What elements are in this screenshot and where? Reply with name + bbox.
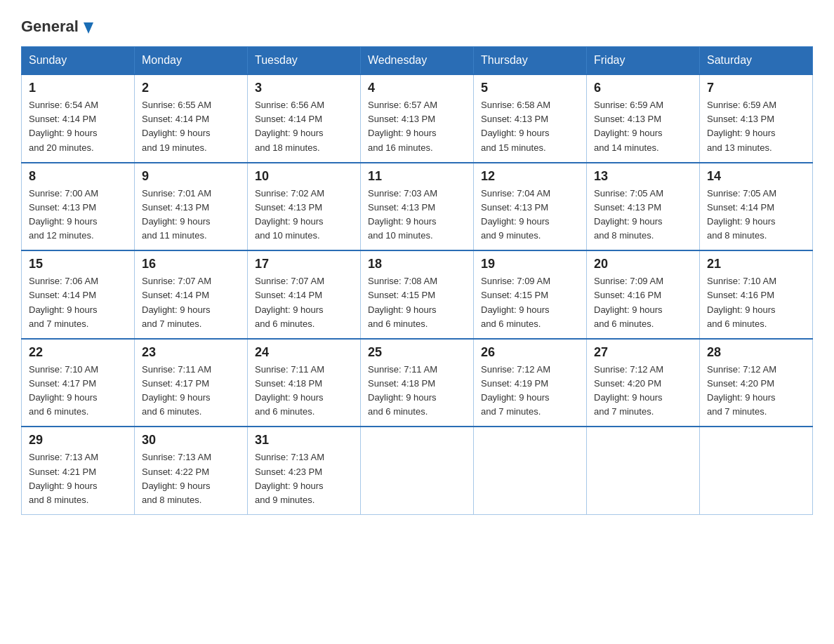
day-info: Sunrise: 7:10 AM Sunset: 4:17 PM Dayligh…: [29, 363, 127, 420]
day-number: 6: [594, 81, 692, 95]
day-number: 4: [368, 81, 466, 95]
day-number: 29: [29, 433, 127, 448]
day-number: 2: [142, 81, 240, 95]
day-number: 19: [481, 257, 579, 271]
svg-marker-0: [84, 22, 93, 34]
weekday-header-tuesday: Tuesday: [248, 47, 361, 75]
day-number: 11: [368, 169, 466, 184]
calendar-day-cell: 2 Sunrise: 6:55 AM Sunset: 4:14 PM Dayli…: [135, 74, 248, 163]
calendar-week-row: 8 Sunrise: 7:00 AM Sunset: 4:13 PM Dayli…: [22, 163, 813, 251]
calendar-day-cell: 7 Sunrise: 6:59 AM Sunset: 4:13 PM Dayli…: [700, 74, 813, 163]
day-number: 30: [142, 433, 240, 448]
day-info: Sunrise: 6:59 AM Sunset: 4:13 PM Dayligh…: [594, 98, 692, 155]
day-info: Sunrise: 7:06 AM Sunset: 4:14 PM Dayligh…: [29, 274, 127, 331]
day-number: 24: [255, 345, 353, 360]
calendar-day-cell: 23 Sunrise: 7:11 AM Sunset: 4:17 PM Dayl…: [135, 339, 248, 427]
day-number: 5: [481, 81, 579, 95]
day-number: 31: [255, 433, 353, 448]
day-number: 21: [707, 257, 805, 271]
day-info: Sunrise: 6:59 AM Sunset: 4:13 PM Dayligh…: [707, 98, 805, 155]
logo-general-text: General: [21, 18, 79, 35]
calendar-week-row: 22 Sunrise: 7:10 AM Sunset: 4:17 PM Dayl…: [22, 339, 813, 427]
calendar-day-cell: 10 Sunrise: 7:02 AM Sunset: 4:13 PM Dayl…: [248, 163, 361, 251]
calendar-day-cell: 31 Sunrise: 7:13 AM Sunset: 4:23 PM Dayl…: [248, 427, 361, 514]
calendar-day-cell: 9 Sunrise: 7:01 AM Sunset: 4:13 PM Dayli…: [135, 163, 248, 251]
day-number: 17: [255, 257, 353, 271]
calendar-day-cell: 3 Sunrise: 6:56 AM Sunset: 4:14 PM Dayli…: [248, 74, 361, 163]
day-number: 27: [594, 345, 692, 360]
day-info: Sunrise: 7:11 AM Sunset: 4:18 PM Dayligh…: [255, 363, 353, 420]
day-info: Sunrise: 7:07 AM Sunset: 4:14 PM Dayligh…: [142, 274, 240, 331]
logo: General: [21, 14, 96, 34]
day-info: Sunrise: 6:56 AM Sunset: 4:14 PM Dayligh…: [255, 98, 353, 155]
weekday-header-thursday: Thursday: [474, 47, 587, 75]
day-number: 8: [29, 169, 127, 184]
day-info: Sunrise: 7:08 AM Sunset: 4:15 PM Dayligh…: [368, 274, 466, 331]
day-info: Sunrise: 7:12 AM Sunset: 4:19 PM Dayligh…: [481, 363, 579, 420]
day-number: 16: [142, 257, 240, 271]
calendar-day-cell: [361, 427, 474, 514]
day-number: 20: [594, 257, 692, 271]
weekday-header-wednesday: Wednesday: [361, 47, 474, 75]
day-info: Sunrise: 7:09 AM Sunset: 4:15 PM Dayligh…: [481, 274, 579, 331]
calendar-day-cell: 16 Sunrise: 7:07 AM Sunset: 4:14 PM Dayl…: [135, 250, 248, 339]
calendar-day-cell: [700, 427, 813, 514]
day-info: Sunrise: 6:55 AM Sunset: 4:14 PM Dayligh…: [142, 98, 240, 155]
day-info: Sunrise: 7:09 AM Sunset: 4:16 PM Dayligh…: [594, 274, 692, 331]
day-info: Sunrise: 6:58 AM Sunset: 4:13 PM Dayligh…: [481, 98, 579, 155]
day-number: 1: [29, 81, 127, 95]
day-info: Sunrise: 7:01 AM Sunset: 4:13 PM Dayligh…: [142, 187, 240, 243]
day-number: 23: [142, 345, 240, 360]
day-info: Sunrise: 7:07 AM Sunset: 4:14 PM Dayligh…: [255, 274, 353, 331]
calendar-day-cell: 28 Sunrise: 7:12 AM Sunset: 4:20 PM Dayl…: [700, 339, 813, 427]
calendar-day-cell: 21 Sunrise: 7:10 AM Sunset: 4:16 PM Dayl…: [700, 250, 813, 339]
day-number: 12: [481, 169, 579, 184]
weekday-header-row: SundayMondayTuesdayWednesdayThursdayFrid…: [22, 47, 813, 75]
day-info: Sunrise: 7:13 AM Sunset: 4:21 PM Dayligh…: [29, 450, 127, 507]
calendar-day-cell: 18 Sunrise: 7:08 AM Sunset: 4:15 PM Dayl…: [361, 250, 474, 339]
day-info: Sunrise: 7:12 AM Sunset: 4:20 PM Dayligh…: [594, 363, 692, 420]
calendar-day-cell: 14 Sunrise: 7:05 AM Sunset: 4:14 PM Dayl…: [700, 163, 813, 251]
day-number: 25: [368, 345, 466, 360]
calendar-day-cell: 1 Sunrise: 6:54 AM Sunset: 4:14 PM Dayli…: [22, 74, 135, 163]
calendar-day-cell: 25 Sunrise: 7:11 AM Sunset: 4:18 PM Dayl…: [361, 339, 474, 427]
calendar-day-cell: 20 Sunrise: 7:09 AM Sunset: 4:16 PM Dayl…: [587, 250, 700, 339]
day-info: Sunrise: 7:11 AM Sunset: 4:18 PM Dayligh…: [368, 363, 466, 420]
calendar-day-cell: 29 Sunrise: 7:13 AM Sunset: 4:21 PM Dayl…: [22, 427, 135, 514]
day-number: 18: [368, 257, 466, 271]
day-info: Sunrise: 7:12 AM Sunset: 4:20 PM Dayligh…: [707, 363, 805, 420]
calendar-day-cell: 27 Sunrise: 7:12 AM Sunset: 4:20 PM Dayl…: [587, 339, 700, 427]
calendar-day-cell: 30 Sunrise: 7:13 AM Sunset: 4:22 PM Dayl…: [135, 427, 248, 514]
calendar-week-row: 1 Sunrise: 6:54 AM Sunset: 4:14 PM Dayli…: [22, 74, 813, 163]
calendar-day-cell: 4 Sunrise: 6:57 AM Sunset: 4:13 PM Dayli…: [361, 74, 474, 163]
calendar-day-cell: [474, 427, 587, 514]
weekday-header-sunday: Sunday: [22, 47, 135, 75]
calendar-day-cell: 12 Sunrise: 7:04 AM Sunset: 4:13 PM Dayl…: [474, 163, 587, 251]
day-info: Sunrise: 7:13 AM Sunset: 4:23 PM Dayligh…: [255, 450, 353, 507]
day-info: Sunrise: 7:10 AM Sunset: 4:16 PM Dayligh…: [707, 274, 805, 331]
calendar-day-cell: 24 Sunrise: 7:11 AM Sunset: 4:18 PM Dayl…: [248, 339, 361, 427]
calendar-week-row: 15 Sunrise: 7:06 AM Sunset: 4:14 PM Dayl…: [22, 250, 813, 339]
day-info: Sunrise: 7:11 AM Sunset: 4:17 PM Dayligh…: [142, 363, 240, 420]
weekday-header-saturday: Saturday: [700, 47, 813, 75]
day-number: 9: [142, 169, 240, 184]
day-number: 14: [707, 169, 805, 184]
calendar-day-cell: 19 Sunrise: 7:09 AM Sunset: 4:15 PM Dayl…: [474, 250, 587, 339]
calendar-day-cell: 17 Sunrise: 7:07 AM Sunset: 4:14 PM Dayl…: [248, 250, 361, 339]
day-number: 26: [481, 345, 579, 360]
calendar-week-row: 29 Sunrise: 7:13 AM Sunset: 4:21 PM Dayl…: [22, 427, 813, 514]
day-info: Sunrise: 7:02 AM Sunset: 4:13 PM Dayligh…: [255, 187, 353, 243]
day-info: Sunrise: 6:54 AM Sunset: 4:14 PM Dayligh…: [29, 98, 127, 155]
calendar-day-cell: 5 Sunrise: 6:58 AM Sunset: 4:13 PM Dayli…: [474, 74, 587, 163]
calendar-table: SundayMondayTuesdayWednesdayThursdayFrid…: [21, 46, 813, 515]
logo-triangle-icon: [81, 20, 96, 35]
calendar-day-cell: 26 Sunrise: 7:12 AM Sunset: 4:19 PM Dayl…: [474, 339, 587, 427]
day-number: 10: [255, 169, 353, 184]
day-number: 15: [29, 257, 127, 271]
day-number: 3: [255, 81, 353, 95]
day-info: Sunrise: 7:13 AM Sunset: 4:22 PM Dayligh…: [142, 450, 240, 507]
day-number: 13: [594, 169, 692, 184]
calendar-day-cell: 11 Sunrise: 7:03 AM Sunset: 4:13 PM Dayl…: [361, 163, 474, 251]
calendar-day-cell: 15 Sunrise: 7:06 AM Sunset: 4:14 PM Dayl…: [22, 250, 135, 339]
calendar-day-cell: [587, 427, 700, 514]
